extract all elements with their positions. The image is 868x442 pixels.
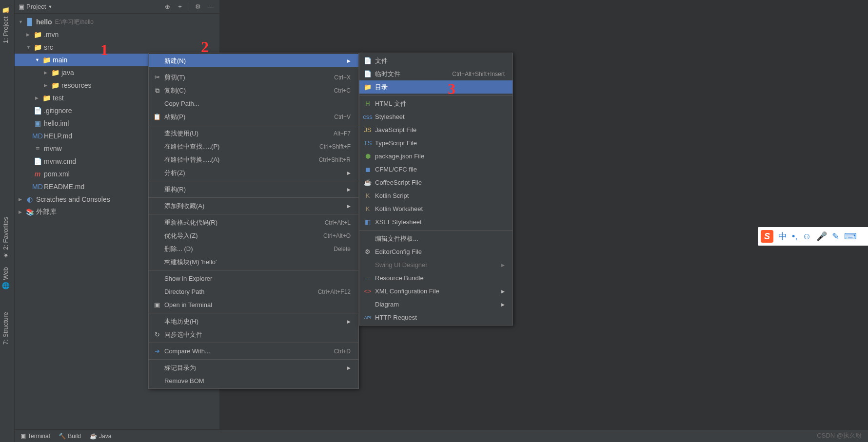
submenu-kts[interactable]: KKotlin Script: [359, 189, 513, 202]
resource-folder-icon: 📁: [51, 81, 59, 89]
left-tool-strip: 1: Project 📁 ★ 2: Favorites 🌐 Web 7: Str…: [0, 0, 15, 442]
menu-replace-in-path[interactable]: 在路径中替换.....(A)Ctrl+Shift+R: [149, 153, 358, 166]
separator: [189, 3, 189, 11]
submenu-resource-bundle[interactable]: ≣Resource Bundle: [359, 271, 513, 285]
menu-cut[interactable]: ✂剪切(T)Ctrl+X: [149, 71, 358, 84]
kotlin-icon: K: [363, 205, 372, 212]
tab-project[interactable]: 1: Project 📁: [0, 3, 11, 47]
submenu-stylesheet[interactable]: cssStylesheet: [359, 110, 513, 123]
submenu-http-request[interactable]: APIHTTP Request: [359, 311, 513, 324]
ime-punct-icon[interactable]: •,: [792, 231, 797, 242]
submenu-cfml[interactable]: ◼CFML/CFC file: [359, 163, 513, 176]
sogou-logo-icon[interactable]: S: [761, 230, 773, 243]
tab-structure[interactable]: 7: Structure: [0, 308, 11, 348]
menu-find-in-path[interactable]: 在路径中查找.....(P)Ctrl+Shift+F: [149, 140, 358, 153]
menu-local-history[interactable]: 本地历史(H)▶: [149, 315, 358, 328]
locate-icon[interactable]: ⊕: [162, 2, 172, 12]
menu-analyze[interactable]: 分析(Z)▶: [149, 166, 358, 179]
terminal-icon: ▣: [20, 433, 26, 440]
annotation-3: 3: [448, 80, 455, 98]
markdown-icon: MD: [33, 132, 42, 140]
coffee-icon: ☕: [363, 179, 372, 186]
submenu-editorconfig[interactable]: ⚙EditorConfig File: [359, 245, 513, 258]
java-icon: ☕: [90, 433, 97, 440]
menu-compare[interactable]: ➜Compare With...Ctrl+D: [149, 345, 358, 358]
menu-add-favorites[interactable]: 添加到收藏(A)▶: [149, 199, 358, 212]
tab-favorites[interactable]: ★ 2: Favorites: [0, 213, 11, 263]
submenu-xslt[interactable]: ◧XSLT Stylesheet: [359, 215, 513, 229]
chevron-down-icon: ▼: [48, 4, 52, 9]
ts-icon: TS: [363, 139, 372, 147]
context-menu-main: 新建(N)▶ ✂剪切(T)Ctrl+X ⧉复制(C)Ctrl+C Copy Pa…: [148, 53, 359, 389]
submenu-diagram[interactable]: Diagram▶: [359, 298, 513, 311]
submenu-coffee[interactable]: ☕CoffeeScript File: [359, 176, 513, 189]
submenu-javascript[interactable]: JSJavaScript File: [359, 123, 513, 136]
menu-refactor[interactable]: 重构(R)▶: [149, 183, 358, 196]
menu-mark-dir[interactable]: 标记目录为▶: [149, 361, 358, 374]
menu-remove-bom[interactable]: Remove BOM: [149, 374, 358, 387]
gear-icon: ⚙: [363, 248, 372, 255]
tab-web[interactable]: 🌐 Web: [0, 263, 11, 294]
menu-sync[interactable]: ↻同步选中文件: [149, 328, 358, 341]
menu-find-usages[interactable]: 查找使用(U)Alt+F7: [149, 127, 358, 140]
ime-emoji-icon[interactable]: ☺: [802, 231, 811, 242]
project-panel-header: ▣ Project ▼ ⊕ ÷ ⚙ —: [15, 0, 219, 14]
shell-icon: ≡: [33, 145, 42, 153]
project-panel-title[interactable]: ▣ Project ▼: [19, 3, 159, 10]
menu-delete[interactable]: 删除... (D)Delete: [149, 242, 358, 255]
tab-java-ee[interactable]: ☕Java: [90, 433, 111, 440]
bundle-icon: ≣: [363, 274, 372, 282]
menu-separator: [149, 214, 358, 214]
submenu-directory[interactable]: 📁目录: [359, 80, 513, 94]
submenu-scratch[interactable]: 📄临时文件Ctrl+Alt+Shift+Insert: [359, 67, 513, 80]
folder-icon: 📁: [42, 94, 51, 102]
submenu-edit-templates[interactable]: 编辑文件模板...: [359, 232, 513, 245]
menu-copy-path[interactable]: Copy Path...: [149, 97, 358, 110]
ime-mic-icon[interactable]: 🎤: [816, 231, 827, 242]
kotlin-icon: K: [363, 192, 372, 199]
folder-icon: 📁: [2, 7, 9, 15]
menu-build-module[interactable]: 构建模块(M) 'hello': [149, 255, 358, 269]
menu-reformat[interactable]: 重新格式化代码(R)Ctrl+Alt+L: [149, 216, 358, 229]
submenu-xml-config[interactable]: <>XML Configuration File▶: [359, 285, 513, 298]
xslt-icon: ◧: [363, 218, 372, 226]
gear-icon[interactable]: ⚙: [193, 2, 203, 12]
tab-build[interactable]: 🔨Build: [59, 433, 81, 440]
ime-keyboard-icon[interactable]: ⌨: [844, 231, 857, 242]
menu-new[interactable]: 新建(N)▶: [149, 54, 358, 67]
compare-icon: ➜: [153, 347, 161, 355]
menu-open-terminal[interactable]: ▣Open in Terminal: [149, 298, 358, 311]
layout-icon: ▣: [19, 3, 24, 10]
menu-separator: [359, 95, 513, 96]
paste-icon: 📋: [153, 113, 161, 120]
submenu-swing[interactable]: Swing UI Designer▶: [359, 258, 513, 271]
submenu-ktws[interactable]: KKotlin Worksheet: [359, 202, 513, 215]
tree-mvn[interactable]: ▶📁.mvn: [15, 28, 219, 41]
css-icon: css: [363, 113, 372, 120]
module-icon: ▉: [25, 18, 34, 26]
menu-show-explorer[interactable]: Show in Explorer: [149, 272, 358, 285]
context-menu-new: 📄文件 📄临时文件Ctrl+Alt+Shift+Insert 📁目录 HHTML…: [359, 53, 513, 326]
scratch-file-icon: 📄: [363, 70, 372, 77]
tree-src[interactable]: ▼📁src: [15, 41, 219, 54]
submenu-packagejson[interactable]: ⬢package.json File: [359, 150, 513, 163]
menu-separator: [149, 69, 358, 69]
submenu-file[interactable]: 📄文件: [359, 54, 513, 67]
submenu-html[interactable]: HHTML 文件: [359, 97, 513, 110]
watermark: CSDN @执久呀: [817, 431, 862, 440]
menu-directory-path[interactable]: Directory PathCtrl+Alt+F12: [149, 285, 358, 298]
ime-lang[interactable]: 中: [778, 231, 787, 242]
tree-root[interactable]: ▼▉helloE:\学习吧\hello: [15, 16, 219, 28]
tab-terminal[interactable]: ▣Terminal: [20, 433, 50, 440]
expand-icon[interactable]: ÷: [175, 2, 185, 12]
sync-icon: ↻: [153, 331, 161, 338]
menu-paste[interactable]: 📋粘贴(P)Ctrl+V: [149, 110, 358, 123]
menu-optimize-imports[interactable]: 优化导入(Z)Ctrl+Alt+O: [149, 229, 358, 242]
ime-skin-icon[interactable]: ✎: [832, 231, 839, 242]
hide-icon[interactable]: —: [206, 2, 216, 12]
menu-copy[interactable]: ⧉复制(C)Ctrl+C: [149, 84, 358, 97]
hammer-icon: 🔨: [59, 433, 66, 440]
submenu-typescript[interactable]: TSTypeScript File: [359, 136, 513, 150]
cfml-icon: ◼: [363, 166, 372, 173]
folder-icon: 📁: [363, 83, 372, 91]
